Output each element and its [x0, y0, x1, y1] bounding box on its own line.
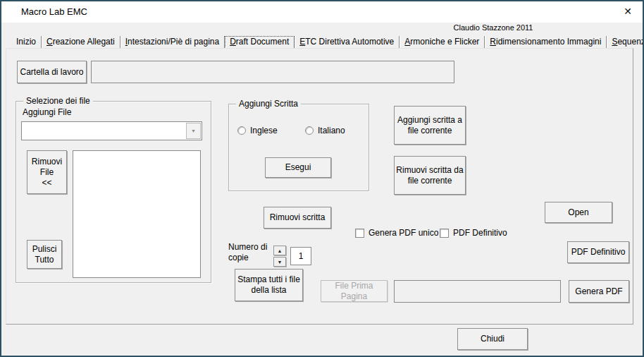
copies-count-input[interactable] — [290, 247, 311, 265]
esegui-button[interactable]: Esegui — [265, 157, 331, 178]
tab-etc-direttiva-automotive[interactable]: ETC Direttiva Automotive — [295, 36, 400, 49]
pdf-definitivo-checkbox[interactable] — [440, 229, 449, 238]
inglese-radio[interactable] — [237, 126, 246, 135]
genera-pdf-unico-checkbox[interactable] — [355, 229, 364, 238]
tab-draft-document[interactable]: Draft Document — [225, 36, 295, 49]
selezione-dei-file-group-title: Selezione dei file — [23, 96, 93, 106]
window-title: Macro Lab EMC — [21, 6, 87, 17]
genera-pdf-button[interactable]: Genera PDF — [569, 280, 629, 303]
tab-sequenze[interactable]: Sequenze — [607, 36, 644, 49]
work-folder-path-input[interactable] — [91, 61, 454, 83]
credit-label: Claudio Stazzone 2011 — [437, 23, 550, 32]
tab-intestazioni-pie-di-pagina[interactable]: Intestazioni/Piè di pagina — [120, 36, 225, 49]
copies-up-arrow-icon[interactable]: ▲ — [273, 246, 286, 255]
aggiungi-scritta-a-file-corrente-button[interactable]: Aggiungi scritta a file corrente — [394, 106, 466, 145]
rimuovi-scritta-da-file-corrente-button[interactable]: Rimuovi scritta da file corrente — [394, 156, 466, 195]
macro-lab-emc-window: Macro Lab EMC ✕ Claudio Stazzone 2011 In… — [0, 0, 644, 357]
cartella-di-lavoro-button[interactable]: Cartella di lavoro — [17, 61, 87, 83]
inglese-radio-label[interactable]: Inglese — [250, 126, 278, 136]
combo-dropdown-arrow-icon[interactable]: ▼ — [186, 123, 201, 139]
numero-di-copie-label: Numero di copie — [228, 242, 267, 263]
chiudi-button[interactable]: Chiudi — [457, 328, 528, 350]
file-prima-pagina-button[interactable]: File Prima Pagina — [321, 280, 388, 302]
tab-strip: Inizio Creazione Allegati Intestazioni/P… — [11, 36, 644, 49]
rimuovi-scritta-button[interactable]: Rimuovi scritta — [264, 207, 331, 229]
pdf-definitivo-checkbox-label[interactable]: PDF Definitivo — [453, 228, 507, 238]
file-listbox[interactable] — [73, 150, 201, 278]
aggiungi-file-combobox[interactable]: ▼ — [21, 121, 202, 140]
close-icon[interactable]: ✕ — [620, 6, 636, 17]
tab-armoniche-e-flicker[interactable]: Armoniche e Flicker — [400, 36, 485, 49]
genera-pdf-unico-label[interactable]: Genera PDF unico — [369, 228, 438, 238]
open-button[interactable]: Open — [545, 202, 612, 223]
stampa-tutti-i-file-button[interactable]: Stampa tutti i file della lista — [235, 269, 303, 301]
tab-ridimensionamento-immagini[interactable]: Ridimensionamento Immagini — [485, 36, 607, 49]
rimuovi-file-button[interactable]: Rimuovi File << — [27, 150, 67, 194]
tab-creazione-allegati[interactable]: Creazione Allegati — [42, 36, 120, 49]
tab-inizio[interactable]: Inizio — [11, 36, 42, 49]
copies-down-arrow-icon[interactable]: ▼ — [273, 257, 286, 267]
italiano-radio[interactable] — [305, 126, 314, 135]
italiano-radio-label[interactable]: Italiano — [318, 126, 345, 136]
title-bar: Macro Lab EMC ✕ — [1, 1, 643, 23]
first-page-path-input[interactable] — [394, 280, 561, 303]
aggiungi-scritta-group-title: Aggiungi Scritta — [236, 99, 301, 109]
pulisci-tutto-button[interactable]: Pulisci Tutto — [27, 240, 62, 269]
pdf-definitivo-button[interactable]: PDF Definitivo — [567, 241, 629, 263]
aggiungi-scritta-group: Aggiungi Scritta — [228, 104, 369, 191]
aggiungi-file-label: Aggiungi File — [23, 107, 71, 118]
